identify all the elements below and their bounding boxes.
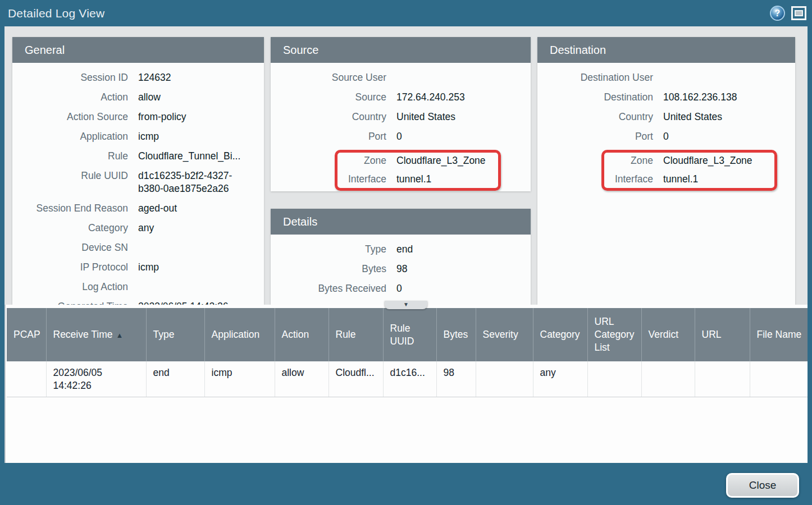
column-header-verdict[interactable]: Verdict (641, 308, 695, 361)
table-cell: any (533, 361, 587, 397)
table-header-row: PCAPReceive Time▲TypeApplicationActionRu… (7, 308, 808, 361)
column-header-url[interactable]: URL (695, 308, 750, 361)
table-cell (750, 361, 808, 397)
field-value: from-policy (138, 111, 257, 123)
field-value (663, 71, 788, 84)
field-label: Application (12, 130, 128, 143)
panel-header-destination: Destination (537, 37, 795, 63)
column-header-label: Bytes (444, 329, 468, 340)
field-label: IP Protocol (12, 261, 128, 274)
field-label: Port (271, 130, 386, 143)
column-header-label: Application (212, 329, 260, 340)
field-value: d1c16235-b2f2-4327-b380-0ae1875e2a26 (138, 169, 257, 195)
field-value: allow (138, 91, 257, 104)
column-header-label: File Name (757, 329, 802, 340)
field-value: 124632 (138, 71, 257, 84)
field-value: Cloudflare_L3_Zone (663, 154, 771, 167)
panel-destination: Destination Destination UserDestination1… (537, 37, 795, 305)
field-row: Session End Reasonaged-out (12, 202, 257, 215)
field-row: CountryUnited States (537, 111, 788, 123)
column-header-file-name[interactable]: File Name (750, 308, 808, 361)
field-value: end (396, 243, 524, 256)
field-row: Interfacetunnel.1 (610, 173, 771, 186)
field-label: Zone (610, 154, 653, 167)
source-column: Source Source UserSource172.64.240.253Co… (271, 37, 531, 305)
splitter-handle[interactable]: ▼ (385, 301, 427, 309)
field-value: 0 (396, 282, 524, 295)
table-row[interactable]: 2023/06/05 14:42:26endicmpallowCloudfl..… (7, 361, 808, 397)
field-value: 0 (396, 130, 524, 143)
table-cell: allow (275, 361, 329, 397)
field-row: ZoneCloudflare_L3_Zone (343, 154, 495, 167)
detail-panels-area: General Session ID124632ActionallowActio… (4, 26, 808, 305)
column-header-label: Type (153, 329, 175, 340)
field-label: Generated Time (12, 300, 128, 305)
column-header-rule[interactable]: Rule (329, 308, 383, 361)
field-label: Bytes Received (271, 282, 386, 295)
field-value: United States (663, 111, 788, 123)
column-header-application[interactable]: Application (204, 308, 275, 361)
field-row: Action Sourcefrom-policy (12, 111, 257, 123)
panel-source: Source Source UserSource172.64.240.253Co… (271, 37, 531, 191)
field-row: CountryUnited States (271, 111, 524, 123)
column-header-action[interactable]: Action (275, 308, 329, 361)
field-row: Interfacetunnel.1 (343, 173, 495, 186)
field-value: any (138, 222, 257, 235)
field-label: Destination User (537, 71, 653, 84)
panel-body-general: Session ID124632ActionallowAction Source… (12, 63, 264, 305)
column-header-pcap[interactable]: PCAP (7, 308, 46, 361)
panel-body-destination: Destination UserDestination108.162.236.1… (537, 63, 795, 305)
field-label: Country (271, 111, 386, 123)
red-highlight-box: ZoneCloudflare_L3_ZoneInterfacetunnel.1 (335, 150, 501, 191)
column-header-url-category-list[interactable]: URL Category List (587, 308, 641, 361)
field-row: Log Action (12, 281, 257, 293)
field-row: Rule UUIDd1c16235-b2f2-4327-b380-0ae1875… (12, 169, 257, 195)
field-label: Source (271, 91, 386, 104)
column-header-severity[interactable]: Severity (476, 308, 533, 361)
field-row: Bytes Received0 (271, 282, 524, 295)
field-value: Cloudflare_L3_Zone (396, 154, 495, 167)
panel-header-details: Details (271, 209, 531, 235)
table-cell (476, 361, 533, 397)
field-label: Action Source (12, 111, 128, 123)
field-row: Actionallow (12, 91, 257, 104)
column-header-type[interactable]: Type (146, 308, 204, 361)
help-icon[interactable]: ? (770, 6, 785, 21)
field-value: United States (396, 111, 524, 123)
table-body: 2023/06/05 14:42:26endicmpallowCloudfl..… (7, 361, 808, 397)
field-row: Port0 (271, 130, 524, 143)
column-header-rule-uuid[interactable]: Rule UUID (383, 308, 436, 361)
field-label: Zone (343, 154, 386, 167)
column-header-label: Verdict (649, 329, 679, 340)
column-header-label: Severity (483, 329, 518, 340)
field-value: 98 (396, 263, 524, 276)
panel-header-source: Source (271, 37, 531, 63)
column-header-category[interactable]: Category (533, 308, 587, 361)
window-glyph (795, 10, 803, 16)
footer-bar: Close (0, 463, 812, 505)
field-value: 172.64.240.253 (396, 91, 524, 104)
field-value: tunnel.1 (663, 173, 771, 186)
field-row: Destination User (537, 71, 788, 84)
field-label: Type (271, 243, 386, 256)
maximize-window-icon[interactable] (791, 6, 806, 20)
field-row: Device SN (12, 241, 257, 254)
column-header-label: PCAP (13, 329, 40, 340)
column-header-label: Receive Time (53, 329, 113, 340)
table-cell (587, 361, 641, 397)
field-value: aged-out (138, 202, 257, 215)
field-row: IP Protocolicmp (12, 261, 257, 274)
column-header-bytes[interactable]: Bytes (436, 308, 476, 361)
panel-header-general: General (12, 37, 264, 63)
field-value: Cloudflare_Tunnel_Bi... (138, 150, 257, 163)
field-label: Log Action (12, 281, 128, 293)
field-label: Session End Reason (12, 202, 128, 215)
field-value (396, 71, 524, 84)
field-label: Interface (343, 173, 386, 186)
field-label: Action (12, 91, 128, 104)
field-label: Rule (12, 150, 128, 163)
column-header-label: Rule (336, 329, 356, 340)
column-header-receive-time[interactable]: Receive Time▲ (46, 308, 146, 361)
field-label: Destination (537, 91, 653, 104)
close-button[interactable]: Close (726, 473, 799, 498)
